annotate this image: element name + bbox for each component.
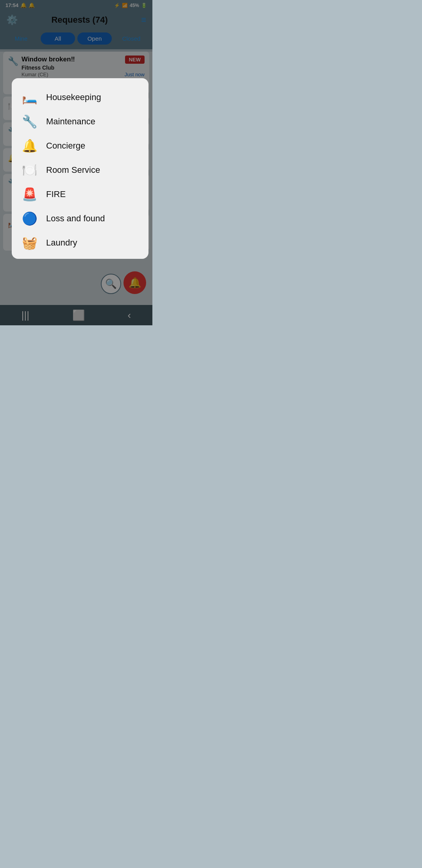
housekeeping-icon: 🛏️ (21, 90, 38, 105)
fire-label: FIRE (46, 189, 66, 199)
category-modal: 🛏️ Housekeeping 🔧 Maintenance 🔔 Concierg… (12, 78, 148, 259)
modal-item-laundry[interactable]: 🧺 Laundry (12, 231, 148, 255)
loss-found-icon: 🔵 (21, 211, 38, 226)
laundry-icon: 🧺 (21, 235, 38, 250)
room-service-icon: 🍽️ (21, 163, 38, 178)
concierge-modal-icon: 🔔 (21, 138, 38, 153)
modal-item-room-service[interactable]: 🍽️ Room Service (12, 158, 148, 182)
laundry-label: Laundry (46, 238, 77, 248)
loss-found-label: Loss and found (46, 213, 105, 224)
fire-icon: 🚨 (21, 187, 38, 202)
housekeeping-label: Housekeeping (46, 92, 101, 102)
modal-item-loss-found[interactable]: 🔵 Loss and found (12, 206, 148, 231)
maintenance-icon: 🔧 (21, 114, 38, 129)
concierge-label: Concierge (46, 141, 85, 151)
modal-item-concierge[interactable]: 🔔 Concierge (12, 134, 148, 158)
modal-item-housekeeping[interactable]: 🛏️ Housekeeping (12, 85, 148, 109)
modal-item-maintenance[interactable]: 🔧 Maintenance (12, 109, 148, 134)
maintenance-label: Maintenance (46, 117, 95, 127)
modal-item-fire[interactable]: 🚨 FIRE (12, 182, 148, 206)
room-service-label: Room Service (46, 165, 100, 175)
